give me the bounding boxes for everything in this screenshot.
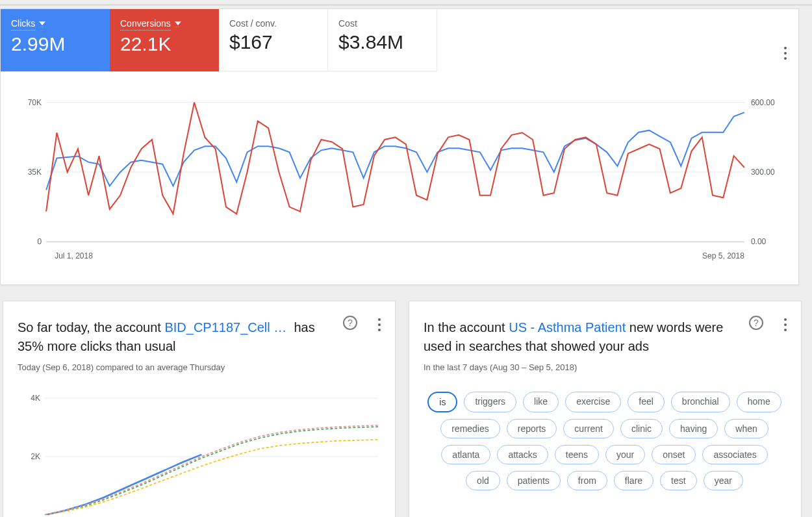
y-left-tick: 70K <box>28 98 42 107</box>
main-chart: 70K 35K 0 600.00 300.00 0.00 Jul 1, 2018… <box>1 71 798 284</box>
search-term-chip[interactable]: remedies <box>440 419 500 438</box>
search-term-chip[interactable]: atlanta <box>441 445 490 464</box>
performance-summary-card: Clicks2.99MConversions22.1KCost / conv.$… <box>0 8 799 285</box>
metric-card-conversions[interactable]: Conversions22.1K <box>110 9 219 71</box>
search-term-chip[interactable]: attacks <box>497 445 548 464</box>
metric-label: Cost <box>338 18 357 29</box>
search-term-chip[interactable]: teens <box>555 445 599 464</box>
search-term-chip[interactable]: associates <box>702 445 767 464</box>
insight-card-clicks-anomaly: ? So far today, the account BID_CP1187_C… <box>3 301 396 517</box>
search-term-chip[interactable]: clinic <box>620 419 663 438</box>
svg-text:2K: 2K <box>31 452 40 461</box>
y-right-tick: 0.00 <box>751 237 767 246</box>
clicks-today-chart: 4K 2K <box>18 385 381 515</box>
account-link[interactable]: US - Asthma Patient <box>509 320 626 334</box>
search-term-chip[interactable]: home <box>737 392 781 412</box>
search-term-chip[interactable]: test <box>660 471 697 490</box>
metric-row: Clicks2.99MConversions22.1KCost / conv.$… <box>1 9 798 71</box>
y-left-tick: 35K <box>28 168 42 177</box>
search-terms-chips: istriggerslikeexercisefeelbronchialhomer… <box>424 392 785 490</box>
search-term-chip[interactable]: triggers <box>464 392 516 412</box>
search-term-chip[interactable]: exercise <box>565 392 621 412</box>
metric-value: $167 <box>229 31 317 53</box>
insight-subtext: In the last 7 days (Aug 30 – Sep 5, 2018… <box>424 362 785 372</box>
chevron-down-icon <box>175 21 181 27</box>
search-term-chip[interactable]: reports <box>507 419 557 438</box>
clicks-conversions-chart: 70K 35K 0 600.00 300.00 0.00 Jul 1, 2018… <box>6 91 787 273</box>
search-term-chip[interactable]: from <box>567 471 607 490</box>
metric-value: 22.1K <box>120 33 209 55</box>
help-icon[interactable]: ? <box>343 316 357 330</box>
insight-headline: In the account US - Asthma Patient new w… <box>424 318 742 356</box>
metric-label: Cost / conv. <box>229 18 277 29</box>
insight-subtext: Today (Sep 6, 2018) compared to an avera… <box>18 362 379 372</box>
metric-value: 2.99M <box>11 33 99 55</box>
metric-value: $3.84M <box>338 31 426 53</box>
x-end: Sep 5, 2018 <box>702 251 744 260</box>
search-term-chip[interactable]: year <box>704 471 743 490</box>
search-term-chip[interactable]: patients <box>507 471 561 490</box>
search-term-chip[interactable]: like <box>523 392 559 412</box>
search-term-chip[interactable]: having <box>669 419 718 438</box>
search-term-chip[interactable]: old <box>466 471 500 490</box>
metric-card-clicks[interactable]: Clicks2.99M <box>1 9 110 71</box>
help-icon[interactable]: ? <box>749 316 763 330</box>
x-start: Jul 1, 2018 <box>55 251 93 260</box>
chevron-down-icon <box>39 21 45 27</box>
metric-card-cost[interactable]: Cost$3.84M <box>328 9 437 71</box>
insight-headline: So far today, the account BID_CP1187_Cel… <box>18 318 336 356</box>
y-left-tick: 0 <box>37 237 42 246</box>
account-link[interactable]: BID_CP1187_Cell … <box>164 320 286 334</box>
search-term-chip[interactable]: when <box>724 419 768 438</box>
search-term-chip[interactable]: flare <box>614 471 653 490</box>
y-right-tick: 300.00 <box>751 168 775 177</box>
svg-text:4K: 4K <box>31 394 40 403</box>
search-term-chip[interactable]: your <box>605 445 645 464</box>
metric-label: Clicks <box>11 18 35 31</box>
search-term-chip[interactable]: feel <box>628 392 665 412</box>
metric-label: Conversions <box>120 18 171 31</box>
search-term-chip[interactable]: is <box>427 392 457 412</box>
y-right-tick: 600.00 <box>751 98 775 107</box>
card-menu-button[interactable] <box>378 318 381 331</box>
search-term-chip[interactable]: onset <box>652 445 696 464</box>
search-term-chip[interactable]: current <box>563 419 614 438</box>
search-term-chip[interactable]: bronchial <box>671 392 730 412</box>
card-menu-button[interactable] <box>784 318 787 331</box>
insight-card-new-search-words: ? In the account US - Asthma Patient new… <box>409 301 802 517</box>
metric-card-cost-conv-[interactable]: Cost / conv.$167 <box>219 9 328 71</box>
card-menu-button[interactable] <box>784 47 787 60</box>
